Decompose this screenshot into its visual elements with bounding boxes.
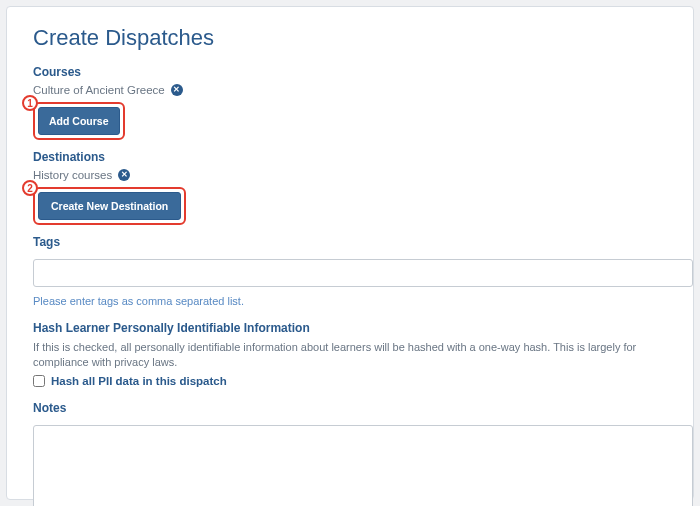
- create-dispatches-panel: Create Dispatches Courses Culture of Anc…: [6, 6, 694, 500]
- tags-label: Tags: [33, 235, 667, 249]
- destinations-label: Destinations: [33, 150, 667, 164]
- remove-destination-icon[interactable]: ✕: [118, 169, 130, 181]
- courses-label: Courses: [33, 65, 667, 79]
- course-item: Culture of Ancient Greece ✕: [33, 84, 667, 96]
- annotation-2: 2 Create New Destination: [33, 187, 186, 225]
- create-destination-button[interactable]: Create New Destination: [38, 192, 181, 220]
- annotation-1: 1 Add Course: [33, 102, 125, 140]
- annotation-badge-2: 2: [22, 180, 38, 196]
- course-item-name: Culture of Ancient Greece: [33, 84, 165, 96]
- notes-textarea[interactable]: [33, 425, 693, 506]
- destination-item-name: History courses: [33, 169, 112, 181]
- hash-checkbox[interactable]: [33, 375, 45, 387]
- page-title: Create Dispatches: [33, 25, 667, 51]
- destination-item: History courses ✕: [33, 169, 667, 181]
- tags-hint: Please enter tags as comma separated lis…: [33, 295, 667, 307]
- hash-checkbox-label: Hash all PII data in this dispatch: [51, 375, 227, 387]
- add-course-button[interactable]: Add Course: [38, 107, 120, 135]
- tags-input[interactable]: [33, 259, 693, 287]
- remove-course-icon[interactable]: ✕: [171, 84, 183, 96]
- notes-label: Notes: [33, 401, 667, 415]
- hash-heading: Hash Learner Personally Identifiable Inf…: [33, 321, 667, 335]
- hash-checkbox-row: Hash all PII data in this dispatch: [33, 375, 667, 387]
- hash-description: If this is checked, all personally ident…: [33, 340, 667, 371]
- annotation-badge-1: 1: [22, 95, 38, 111]
